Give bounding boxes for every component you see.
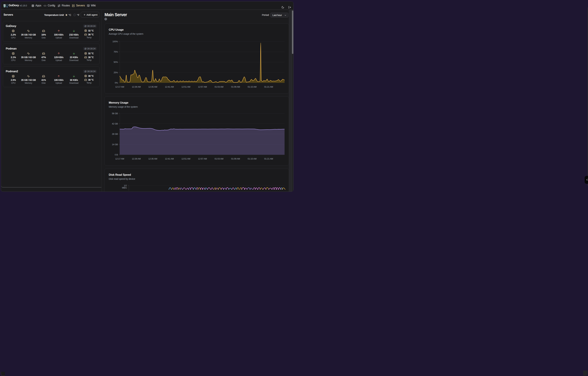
svg-text:56 GB: 56 GB bbox=[112, 112, 118, 115]
svg-text:12:41 AM: 12:41 AM bbox=[165, 157, 174, 160]
svg-text:14 GB: 14 GB bbox=[112, 143, 118, 146]
svg-text:12:51 AM: 12:51 AM bbox=[182, 86, 190, 88]
svg-text:75%: 75% bbox=[114, 51, 118, 53]
svg-text:01:03 AM: 01:03 AM bbox=[214, 86, 224, 88]
svg-text:100%: 100% bbox=[112, 40, 118, 43]
svg-text:12:41 AM: 12:41 AM bbox=[165, 86, 174, 88]
svg-text:12:35 AM: 12:35 AM bbox=[148, 157, 157, 160]
svg-text:50%: 50% bbox=[114, 61, 118, 63]
svg-text:12:57 AM: 12:57 AM bbox=[198, 86, 207, 88]
svg-text:0%: 0% bbox=[115, 82, 118, 84]
svg-text:12:26 AM: 12:26 AM bbox=[132, 157, 141, 160]
svg-text:12:26 AM: 12:26 AM bbox=[132, 86, 141, 88]
svg-text:12:17 AM: 12:17 AM bbox=[115, 86, 124, 88]
svg-text:01:09 AM: 01:09 AM bbox=[231, 157, 240, 160]
svg-text:12:57 AM: 12:57 AM bbox=[198, 157, 207, 160]
svg-text:0 B: 0 B bbox=[115, 154, 118, 156]
svg-text:MB/s: MB/s bbox=[122, 187, 127, 188]
svg-text:01:21 AM: 01:21 AM bbox=[264, 157, 273, 160]
svg-text:12:17 AM: 12:17 AM bbox=[115, 157, 124, 160]
svg-text:25%: 25% bbox=[114, 71, 118, 74]
svg-text:01:21 AM: 01:21 AM bbox=[264, 86, 273, 88]
svg-text:01:09 AM: 01:09 AM bbox=[231, 86, 240, 88]
svg-text:01:15 AM: 01:15 AM bbox=[248, 86, 257, 88]
svg-text:42 GB: 42 GB bbox=[112, 123, 118, 125]
svg-text:28 GB: 28 GB bbox=[112, 133, 118, 135]
svg-text:12:51 AM: 12:51 AM bbox=[182, 157, 190, 160]
svg-text:01:03 AM: 01:03 AM bbox=[214, 157, 224, 160]
svg-text:01:15 AM: 01:15 AM bbox=[248, 157, 257, 160]
svg-text:12:35 AM: 12:35 AM bbox=[148, 86, 157, 88]
